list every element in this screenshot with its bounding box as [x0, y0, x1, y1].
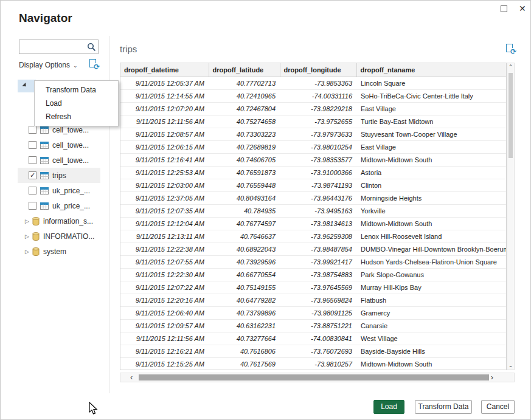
column-header-dropoff_datetime: dropoff_datetime	[120, 63, 209, 77]
checkbox[interactable]: ✓	[29, 171, 36, 179]
scroll-left-icon[interactable]: ‹	[130, 373, 133, 382]
tree-folder-informatio[interactable]: ▷INFORMATIO...	[18, 229, 100, 244]
tree-item-cell-towe[interactable]: cell_towe...	[18, 137, 100, 153]
chevron-down-icon: ⌄	[73, 63, 78, 69]
search-box[interactable]	[19, 40, 99, 54]
column-header-dropoff_latitude: dropoff_latitude	[209, 63, 280, 77]
table-row: 9/11/2015 12:15:25 AM40.7617569-73.98102…	[120, 357, 506, 370]
database-icon	[32, 217, 40, 225]
menu-item-refresh[interactable]: Refresh	[35, 110, 118, 123]
checkbox[interactable]	[29, 156, 36, 164]
cancel-button[interactable]: Cancel	[481, 400, 515, 414]
preview-body: 9/11/2015 12:05:37 AM40.77702713-73.9853…	[120, 77, 506, 370]
cell-dropoff_datetime: 9/11/2015 12:16:21 AM	[120, 345, 209, 357]
context-menu: Transform DataLoadRefresh	[34, 80, 119, 126]
table-row: 9/11/2015 12:22:30 AM40.66770554-73.9875…	[120, 268, 506, 281]
scroll-down-icon[interactable]: ⌄	[507, 362, 514, 368]
tree-folder-system[interactable]: ▷system	[18, 244, 100, 259]
cell-dropoff_ntaname: DUMBO-Vinegar Hill-Downtown Brooklyn-Boe…	[356, 243, 506, 255]
cell-dropoff_longitude: -73.91000366	[280, 166, 356, 179]
cell-dropoff_datetime: 9/11/2015 12:15:25 AM	[120, 357, 209, 370]
search-icon[interactable]	[87, 43, 96, 54]
cell-dropoff_longitude: -73.98754883	[280, 268, 356, 281]
refresh-list-icon[interactable]: ⟳	[89, 59, 99, 72]
cell-dropoff_ntaname: Midtown-Midtown South	[356, 217, 506, 230]
cell-dropoff_ntaname: Murray Hill-Kips Bay	[356, 281, 506, 294]
cell-dropoff_datetime: 9/11/2015 12:22:38 AM	[120, 243, 209, 255]
table-row: 9/11/2015 12:09:57 AM40.63162231-73.8875…	[120, 319, 506, 332]
tree-item-label: trips	[52, 171, 66, 180]
navigation-tree: cell_towe...cell_towe...cell_towe...✓tri…	[18, 122, 100, 259]
checkbox[interactable]	[29, 126, 36, 134]
close-icon[interactable]: ✕	[519, 3, 526, 14]
cell-dropoff_longitude: -73.98353577	[280, 153, 356, 166]
menu-item-transform-data[interactable]: Transform Data	[35, 83, 118, 97]
cell-dropoff_datetime: 9/11/2015 12:07:20 AM	[120, 102, 209, 115]
cell-dropoff_ntaname: East Village	[356, 102, 506, 115]
vertical-scrollbar[interactable]: ⌃ ⌄	[507, 63, 515, 370]
table-row: 9/11/2015 12:20:16 AM40.64779282-73.9656…	[120, 294, 506, 306]
checkbox[interactable]	[29, 187, 36, 195]
cell-dropoff_longitude: -73.9810257	[280, 357, 356, 370]
cell-dropoff_longitude: -73.98487854	[280, 243, 356, 255]
chevron-right-icon[interactable]: ▷	[25, 233, 32, 239]
page-title: Navigator	[19, 12, 72, 25]
search-input[interactable]	[21, 41, 85, 53]
cell-dropoff_latitude: 40.63162231	[209, 319, 280, 332]
tree-item-label: cell_towe...	[52, 126, 89, 134]
cell-dropoff_longitude: -73.97973633	[280, 128, 356, 140]
cell-dropoff_longitude: -73.96259308	[280, 230, 356, 243]
tree-folder-information-s[interactable]: ▷information_s...	[18, 213, 100, 229]
table-row: 9/11/2015 12:08:57 AM40.73303223-73.9797…	[120, 128, 506, 140]
refresh-preview-icon[interactable]: ⟳	[506, 44, 516, 57]
tree-item-trips[interactable]: ✓trips	[18, 168, 100, 183]
horizontal-scroll-thumb[interactable]	[139, 374, 489, 380]
transform-data-button[interactable]: Transform Data	[415, 400, 472, 414]
tree-item-uk-price[interactable]: uk_price_...	[18, 183, 100, 198]
cell-dropoff_datetime: 9/11/2015 12:07:55 AM	[120, 255, 209, 268]
display-options-label: Display Options	[19, 61, 70, 69]
vertical-scroll-thumb[interactable]	[508, 73, 513, 158]
cell-dropoff_ntaname: Gramercy	[356, 306, 506, 319]
menu-item-load[interactable]: Load	[35, 97, 118, 110]
maximize-icon[interactable]	[501, 5, 507, 12]
cell-dropoff_latitude: 40.68922043	[209, 243, 280, 255]
scroll-right-icon[interactable]: ›	[491, 373, 493, 382]
cell-dropoff_ntaname: Turtle Bay-East Midtown	[356, 115, 506, 128]
cell-dropoff_datetime: 9/11/2015 12:25:53 AM	[120, 166, 209, 179]
display-options-dropdown[interactable]: Display Options⌄	[19, 61, 78, 69]
checkbox[interactable]	[29, 202, 36, 210]
cell-dropoff_datetime: 9/11/2015 12:07:35 AM	[120, 204, 209, 217]
cell-dropoff_ntaname: Flatbush	[356, 294, 506, 306]
table-row: 9/11/2015 12:14:55 AM40.72410965-74.0033…	[120, 89, 506, 102]
cell-dropoff_ntaname: Stuyvesant Town-Cooper Village	[356, 128, 506, 140]
scroll-up-icon[interactable]: ⌃	[507, 64, 514, 70]
cell-dropoff_latitude: 40.784935	[209, 204, 280, 217]
cell-dropoff_latitude: 40.72410965	[209, 89, 280, 102]
tree-root-node[interactable]	[18, 80, 36, 92]
cell-dropoff_longitude: -73.96569824	[280, 294, 356, 306]
cell-dropoff_datetime: 9/11/2015 12:14:55 AM	[120, 89, 209, 102]
table-row: 9/11/2015 12:22:38 AM40.68922043-73.9848…	[120, 243, 506, 255]
chevron-right-icon[interactable]: ▷	[25, 218, 32, 224]
table-row: 9/11/2015 12:16:41 AM40.74606705-73.9835…	[120, 153, 506, 166]
chevron-right-icon[interactable]: ▷	[25, 249, 32, 255]
horizontal-scrollbar[interactable]: ‹ ›	[120, 373, 515, 382]
tree-item-label: cell_towe...	[52, 141, 89, 150]
expand-arrow-icon[interactable]	[22, 83, 27, 88]
checkbox[interactable]	[29, 141, 36, 149]
cell-dropoff_ntaname: Morningside Heights	[356, 191, 506, 204]
table-icon	[40, 142, 49, 149]
cell-dropoff_longitude: -74.00830841	[280, 332, 356, 345]
tree-item-uk-price[interactable]: uk_price_...	[18, 198, 100, 213]
preview-table: dropoff_datetimedropoff_latitudedropoff_…	[120, 63, 507, 370]
table-row: 9/11/2015 12:25:53 AM40.76591873-73.9100…	[120, 166, 506, 179]
cell-dropoff_longitude: -73.9752655	[280, 115, 356, 128]
tree-item-cell-towe[interactable]: cell_towe...	[18, 153, 100, 168]
cell-dropoff_datetime: 9/11/2015 12:22:30 AM	[120, 268, 209, 281]
load-button[interactable]: Load	[373, 400, 404, 414]
cell-dropoff_longitude: -73.96443176	[280, 191, 356, 204]
cell-dropoff_latitude: 40.73929596	[209, 255, 280, 268]
column-header-dropoff_ntaname: dropoff_ntaname	[356, 63, 506, 77]
cell-dropoff_datetime: 9/11/2015 12:05:37 AM	[120, 77, 209, 89]
